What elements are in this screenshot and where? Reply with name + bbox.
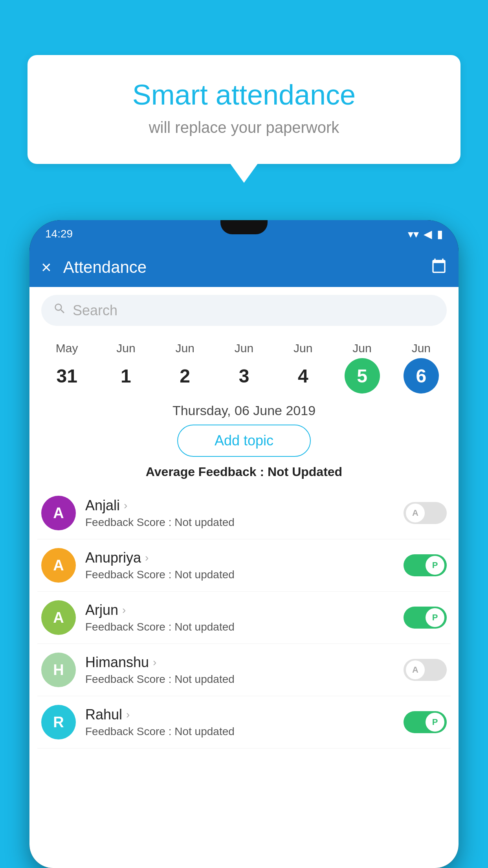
- student-info: Rahul›Feedback Score : Not updated: [85, 706, 404, 738]
- feedback-score: Feedback Score : Not updated: [85, 621, 404, 633]
- feedback-value: Not updated: [174, 725, 235, 737]
- student-list: AAnjali›Feedback Score : Not updatedAAAn…: [29, 487, 459, 748]
- feedback-score: Feedback Score : Not updated: [85, 673, 404, 686]
- phone-frame: 14:29 ▾▾ ◀ ▮ × Attendance Search: [29, 220, 459, 868]
- speech-bubble-container: Smart attendance will replace your paper…: [28, 55, 460, 164]
- feedback-label: Feedback Score :: [85, 621, 171, 633]
- cal-month-label: Jun: [412, 342, 431, 355]
- toggle-knob: A: [406, 660, 425, 679]
- screen-content: Search May31Jun1Jun2Jun3Jun4Jun5Jun6 Thu…: [29, 287, 459, 868]
- cal-day-num: 5: [345, 358, 380, 394]
- cal-month-label: Jun: [352, 342, 371, 355]
- bubble-subtitle: will replace your paperwork: [51, 119, 437, 136]
- status-time: 14:29: [45, 228, 73, 240]
- attendance-toggle[interactable]: A: [404, 659, 447, 681]
- student-info: Anupriya›Feedback Score : Not updated: [85, 550, 404, 581]
- chevron-right-icon: ›: [145, 552, 149, 564]
- search-bar: Search: [29, 287, 459, 334]
- calendar-day[interactable]: Jun4: [283, 342, 323, 394]
- attendance-toggle[interactable]: P: [404, 711, 447, 733]
- cal-month-label: Jun: [235, 342, 253, 355]
- cal-day-num: 4: [285, 358, 321, 394]
- feedback-score: Feedback Score : Not updated: [85, 725, 404, 738]
- student-name-text: Anjali: [85, 497, 120, 514]
- student-name-text: Anupriya: [85, 550, 141, 566]
- cal-day-num: 1: [108, 358, 143, 394]
- toggle-knob: P: [426, 556, 444, 575]
- chevron-right-icon: ›: [153, 656, 156, 669]
- toggle-knob: A: [406, 504, 425, 522]
- feedback-value: Not updated: [174, 568, 235, 581]
- cal-month-label: Jun: [294, 342, 312, 355]
- student-avatar: R: [41, 705, 76, 739]
- student-info: Arjun›Feedback Score : Not updated: [85, 602, 404, 633]
- app-bar-title: Attendance: [63, 258, 431, 277]
- calendar-day[interactable]: May31: [47, 342, 86, 394]
- signal-icon: ◀: [424, 228, 432, 241]
- avg-feedback-label: Average Feedback :: [146, 465, 264, 479]
- student-name-text: Himanshu: [85, 654, 149, 671]
- calendar-day[interactable]: Jun5: [343, 342, 382, 394]
- student-avatar: A: [41, 548, 76, 583]
- calendar-day[interactable]: Jun2: [165, 342, 205, 394]
- student-item[interactable]: HHimanshu›Feedback Score : Not updatedA: [37, 644, 451, 696]
- calendar-row: May31Jun1Jun2Jun3Jun4Jun5Jun6: [29, 334, 459, 394]
- wifi-icon: ▾▾: [408, 228, 419, 241]
- cal-month-label: May: [56, 342, 78, 355]
- student-name-text: Rahul: [85, 706, 122, 723]
- student-avatar: A: [41, 496, 76, 530]
- calendar-day[interactable]: Jun1: [106, 342, 145, 394]
- attendance-toggle[interactable]: P: [404, 607, 447, 629]
- phone-notch: [220, 220, 268, 234]
- feedback-label: Feedback Score :: [85, 516, 171, 528]
- battery-icon: ▮: [437, 228, 443, 241]
- attendance-toggle[interactable]: A: [404, 502, 447, 524]
- student-name: Anjali›: [85, 497, 404, 514]
- calendar-day[interactable]: Jun6: [402, 342, 441, 394]
- cal-month-label: Jun: [116, 342, 135, 355]
- cal-month-label: Jun: [176, 342, 194, 355]
- search-placeholder: Search: [73, 302, 117, 319]
- feedback-value: Not updated: [174, 673, 235, 685]
- cal-day-num: 3: [226, 358, 262, 394]
- student-item[interactable]: RRahul›Feedback Score : Not updatedP: [37, 696, 451, 748]
- app-bar: × Attendance: [29, 248, 459, 287]
- bubble-title: Smart attendance: [51, 79, 437, 111]
- student-info: Anjali›Feedback Score : Not updated: [85, 497, 404, 529]
- chevron-right-icon: ›: [124, 499, 127, 512]
- feedback-value: Not updated: [174, 621, 235, 633]
- feedback-value: Not updated: [174, 516, 235, 528]
- chevron-right-icon: ›: [122, 604, 126, 616]
- add-topic-button[interactable]: Add topic: [177, 425, 311, 457]
- feedback-score: Feedback Score : Not updated: [85, 568, 404, 581]
- close-button[interactable]: ×: [41, 257, 51, 277]
- speech-bubble: Smart attendance will replace your paper…: [28, 55, 460, 164]
- cal-day-num: 6: [404, 358, 439, 394]
- cal-day-num: 31: [49, 358, 84, 394]
- selected-date: Thursday, 06 June 2019: [29, 394, 459, 425]
- feedback-label: Feedback Score :: [85, 725, 171, 737]
- avg-feedback-value: Not Updated: [268, 465, 342, 479]
- cal-day-num: 2: [167, 358, 203, 394]
- calendar-icon[interactable]: [431, 258, 447, 277]
- student-avatar: H: [41, 653, 76, 687]
- status-icons: ▾▾ ◀ ▮: [408, 228, 443, 241]
- student-item[interactable]: AAnjali›Feedback Score : Not updatedA: [37, 487, 451, 539]
- search-icon: [53, 302, 66, 319]
- student-avatar: A: [41, 600, 76, 635]
- toggle-knob: P: [426, 608, 444, 627]
- student-name: Himanshu›: [85, 654, 404, 671]
- student-name: Arjun›: [85, 602, 404, 618]
- search-input-container[interactable]: Search: [41, 295, 447, 326]
- feedback-label: Feedback Score :: [85, 673, 171, 685]
- feedback-score: Feedback Score : Not updated: [85, 516, 404, 529]
- toggle-knob: P: [426, 713, 444, 732]
- feedback-label: Feedback Score :: [85, 568, 171, 581]
- student-name-text: Arjun: [85, 602, 118, 618]
- calendar-day[interactable]: Jun3: [224, 342, 264, 394]
- student-item[interactable]: AArjun›Feedback Score : Not updatedP: [37, 592, 451, 644]
- student-item[interactable]: AAnupriya›Feedback Score : Not updatedP: [37, 539, 451, 592]
- attendance-toggle[interactable]: P: [404, 554, 447, 576]
- avg-feedback: Average Feedback : Not Updated: [29, 465, 459, 479]
- student-name: Rahul›: [85, 706, 404, 723]
